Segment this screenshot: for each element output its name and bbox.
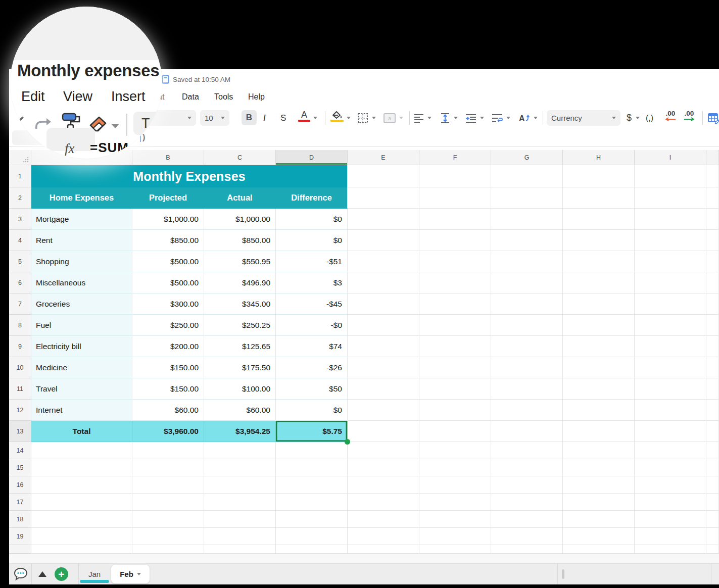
cell[interactable] [31,476,132,494]
scrollbar-handle[interactable] [562,569,564,579]
total-value-cell[interactable]: $3,960.00 [132,421,204,442]
cell[interactable] [419,357,491,378]
cell[interactable] [635,476,706,494]
cell[interactable] [31,545,132,554]
cell[interactable] [706,230,719,251]
column-header-b[interactable]: B [132,150,204,165]
cell[interactable] [419,459,491,476]
number-format-dropdown[interactable]: Currency [547,110,620,126]
cell[interactable] [419,165,491,187]
cell[interactable] [491,187,563,209]
row-header-5[interactable]: 5 [9,251,31,272]
cell[interactable] [491,421,563,442]
chevron-down-icon[interactable] [372,117,376,119]
expense-value-cell[interactable]: $60.00 [204,400,276,421]
total-value-cell[interactable]: $3,954.25 [204,421,276,442]
cell[interactable] [635,165,706,187]
cell[interactable] [204,494,276,511]
cell[interactable] [276,545,348,554]
expense-value-cell[interactable]: $0 [276,400,348,421]
chevron-down-icon[interactable] [534,117,538,119]
cell[interactable] [706,528,719,545]
cell[interactable] [419,528,491,545]
row-header-11[interactable]: 11 [9,378,31,400]
expense-value-cell[interactable]: $3 [276,272,348,293]
cell[interactable] [563,293,635,315]
cell[interactable] [204,545,276,554]
cell[interactable] [491,315,563,336]
cell[interactable] [419,476,491,494]
document-title[interactable]: Monthly expenses [17,61,159,80]
cell[interactable] [132,459,204,476]
cell[interactable] [635,315,706,336]
expense-label-cell[interactable]: Shopping [31,251,132,272]
row-header-16[interactable]: 16 [9,476,31,494]
row-header-2[interactable]: 2 [9,187,31,209]
cell[interactable] [491,272,563,293]
row-header-19[interactable]: 19 [9,528,31,545]
cell[interactable] [491,251,563,272]
cell[interactable] [491,357,563,378]
cell[interactable] [276,442,348,459]
bold-button[interactable]: B [242,110,257,125]
cell[interactable] [491,378,563,400]
expense-label-cell[interactable]: Fuel [31,315,132,336]
cell[interactable] [348,528,419,545]
cell[interactable] [348,293,419,315]
cell[interactable] [419,421,491,442]
cell[interactable] [491,511,563,528]
cell[interactable] [563,165,635,187]
cell[interactable] [563,511,635,528]
row-header-14[interactable]: 14 [9,442,31,459]
row-header-8[interactable]: 8 [9,315,31,336]
expense-value-cell[interactable]: -$45 [276,293,348,315]
expense-value-cell[interactable]: -$0 [276,315,348,336]
cell[interactable] [132,528,204,545]
cell[interactable] [132,476,204,494]
cell[interactable] [491,528,563,545]
column-header-g[interactable]: G [491,150,563,165]
column-header-h[interactable]: H [563,150,635,165]
row-header-3[interactable]: 3 [9,209,31,230]
cell[interactable] [706,494,719,511]
expense-value-cell[interactable]: $1,000.00 [204,209,276,230]
cell[interactable] [635,336,706,357]
row-header-4[interactable]: 4 [9,230,31,251]
font-color-button[interactable]: A [298,110,310,126]
cell[interactable] [491,476,563,494]
cell[interactable] [348,476,419,494]
cell[interactable] [563,251,635,272]
chevron-down-icon[interactable] [506,117,510,119]
cell[interactable] [419,230,491,251]
row-header-6[interactable]: 6 [9,272,31,293]
expense-label-cell[interactable]: Miscellaneous [31,272,132,293]
sheet-tab-feb[interactable]: Feb [111,565,150,583]
cell[interactable] [491,400,563,421]
decrease-decimal-button[interactable]: .00 [664,110,677,126]
cell[interactable] [563,528,635,545]
expense-label-cell[interactable]: Electricity bill [31,336,132,357]
cell[interactable] [419,400,491,421]
cell[interactable] [348,545,419,554]
cell[interactable] [348,442,419,459]
menu-edit[interactable]: Edit [21,89,45,105]
cell[interactable] [563,272,635,293]
cell[interactable] [276,511,348,528]
cell[interactable] [563,476,635,494]
cell[interactable] [31,442,132,459]
cell[interactable] [563,187,635,209]
cell[interactable] [706,165,719,187]
expense-label-cell[interactable]: Groceries [31,293,132,315]
fill-color-button[interactable] [330,110,344,126]
chevron-down-icon[interactable] [427,117,432,119]
expense-value-cell[interactable]: $0 [276,230,348,251]
cell[interactable] [419,209,491,230]
cell[interactable] [348,187,419,209]
row-header-1[interactable]: 1 [9,165,31,187]
cell[interactable] [132,511,204,528]
cell[interactable] [348,494,419,511]
cell[interactable] [419,315,491,336]
cell[interactable] [706,336,719,357]
cell[interactable] [419,511,491,528]
cell[interactable] [563,459,635,476]
